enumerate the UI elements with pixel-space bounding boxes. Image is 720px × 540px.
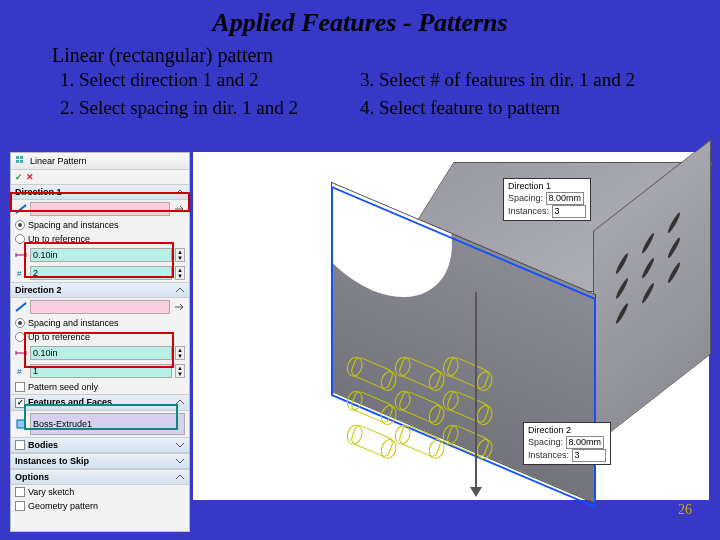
- spacing-icon: [15, 249, 27, 261]
- dir2-opt-spacing: Spacing and instances: [28, 318, 119, 328]
- step-2: 2. Select spacing in dir. 1 and 2: [60, 97, 360, 119]
- features-check[interactable]: [15, 398, 25, 408]
- dir1-opt-ref: Up to reference: [28, 234, 90, 244]
- callout-dir2-spacing-val[interactable]: 8.00mm: [566, 436, 605, 449]
- geom-label: Geometry pattern: [28, 501, 98, 511]
- dir2-edge-field[interactable]: [30, 300, 170, 314]
- geom-check[interactable]: [15, 501, 25, 511]
- property-panel: Linear Pattern ✓ ✕ Direction 1 Spacing a…: [10, 152, 190, 532]
- dir2-count-value: 1: [33, 366, 38, 376]
- bodies-header-label: Bodies: [28, 440, 58, 450]
- panel-title: Linear Pattern: [30, 156, 87, 166]
- dir1-radio-spacing[interactable]: [15, 220, 25, 230]
- count-icon: #: [15, 267, 27, 279]
- features-list[interactable]: Boss-Extrude1: [30, 413, 185, 435]
- dir1-opt-spacing: Spacing and instances: [28, 220, 119, 230]
- dir1-spacing-value: 0.10in: [33, 250, 58, 260]
- dir1-edge-field[interactable]: [30, 202, 170, 216]
- cancel-icon[interactable]: ✕: [26, 172, 34, 182]
- page-number: 26: [678, 502, 692, 518]
- steps-grid: 1. Select direction 1 and 2 3. Select # …: [0, 67, 720, 119]
- bodies-check[interactable]: [15, 440, 25, 450]
- dir2-opt-ref: Up to reference: [28, 332, 90, 342]
- count-icon: #: [15, 365, 27, 377]
- dir2-spacing-field[interactable]: 0.10in: [30, 346, 172, 360]
- callout-dir1-spacing-val[interactable]: 8.00mm: [546, 192, 585, 205]
- callout-dir2[interactable]: Direction 2 Spacing: 8.00mm Instances: 3: [523, 422, 611, 465]
- seed-only-check[interactable]: [15, 382, 25, 392]
- features-item: Boss-Extrude1: [33, 419, 92, 429]
- callout-dir2-inst-lbl: Instances:: [528, 450, 569, 460]
- model-viewport[interactable]: Direction 1 Spacing: 8.00mm Instances: 3…: [193, 152, 709, 500]
- ok-icon[interactable]: ✓: [15, 172, 23, 182]
- dir2-spacing-spinner[interactable]: ▲▼: [175, 346, 185, 360]
- callout-dir1[interactable]: Direction 1 Spacing: 8.00mm Instances: 3: [503, 178, 591, 221]
- reverse-icon[interactable]: [173, 203, 185, 215]
- svg-rect-3: [20, 160, 23, 163]
- bodies-header[interactable]: Bodies: [11, 437, 189, 454]
- dir1-count-value: 2: [33, 268, 38, 278]
- callout-dir2-title: Direction 2: [528, 425, 606, 436]
- options-header-label: Options: [15, 472, 49, 482]
- chevron-down-icon: [175, 456, 185, 466]
- dir1-spacing-spinner[interactable]: ▲▼: [175, 248, 185, 262]
- dim-arrow-vert: [475, 292, 477, 492]
- skip-header[interactable]: Instances to Skip: [11, 453, 189, 469]
- options-header[interactable]: Options: [11, 469, 189, 485]
- svg-text:#: #: [17, 269, 22, 278]
- svg-rect-6: [17, 420, 25, 428]
- callout-dir1-title: Direction 1: [508, 181, 586, 192]
- step-3: 3. Select # of features in dir. 1 and 2: [360, 69, 720, 91]
- spacing-icon: [15, 347, 27, 359]
- callout-dir1-inst-lbl: Instances:: [508, 206, 549, 216]
- arrowhead-down-icon: [470, 487, 482, 497]
- dir1-header-label: Direction 1: [15, 187, 62, 197]
- dir2-spacing-value: 0.10in: [33, 348, 58, 358]
- skip-header-label: Instances to Skip: [15, 456, 89, 466]
- confirm-row: ✓ ✕: [11, 170, 189, 184]
- svg-text:#: #: [17, 367, 22, 376]
- svg-rect-1: [20, 156, 23, 159]
- dir1-count-field[interactable]: 2: [30, 266, 172, 280]
- chevron-up-icon: [175, 397, 185, 407]
- features-header-label: Features and Faces: [28, 397, 112, 407]
- dir1-header[interactable]: Direction 1: [11, 184, 189, 200]
- edge-icon: [15, 203, 27, 215]
- svg-rect-0: [16, 156, 19, 159]
- panel-title-bar: Linear Pattern: [11, 153, 189, 170]
- slide-title: Applied Features - Patterns: [0, 0, 720, 38]
- step-1: 1. Select direction 1 and 2: [60, 69, 360, 91]
- dir2-count-field[interactable]: 1: [30, 364, 172, 378]
- chevron-down-icon: [175, 440, 185, 450]
- vary-label: Vary sketch: [28, 487, 74, 497]
- callout-dir1-inst-val[interactable]: 3: [552, 205, 586, 218]
- seed-only-label: Pattern seed only: [28, 382, 98, 392]
- feature-icon: [15, 418, 27, 430]
- dir1-count-spinner[interactable]: ▲▼: [175, 266, 185, 280]
- callout-dir2-inst-val[interactable]: 3: [572, 449, 606, 462]
- chevron-up-icon: [175, 285, 185, 295]
- dir2-radio-ref[interactable]: [15, 332, 25, 342]
- pattern-icon: [15, 155, 27, 167]
- chevron-up-icon: [175, 472, 185, 482]
- dir2-radio-spacing[interactable]: [15, 318, 25, 328]
- features-header[interactable]: Features and Faces: [11, 394, 189, 411]
- dir1-radio-ref[interactable]: [15, 234, 25, 244]
- dir2-count-spinner[interactable]: ▲▼: [175, 364, 185, 378]
- chevron-up-icon: [175, 187, 185, 197]
- callout-dir1-spacing-lbl: Spacing:: [508, 193, 543, 203]
- step-4: 4. Select feature to pattern: [360, 97, 720, 119]
- slide-subtitle: Linear (rectangular) pattern: [0, 38, 720, 67]
- dir2-header-label: Direction 2: [15, 285, 62, 295]
- callout-dir2-spacing-lbl: Spacing:: [528, 437, 563, 447]
- vary-check[interactable]: [15, 487, 25, 497]
- edge-icon: [15, 301, 27, 313]
- svg-rect-2: [16, 160, 19, 163]
- reverse-icon[interactable]: [173, 301, 185, 313]
- dir1-spacing-field[interactable]: 0.10in: [30, 248, 172, 262]
- dir2-header[interactable]: Direction 2: [11, 282, 189, 298]
